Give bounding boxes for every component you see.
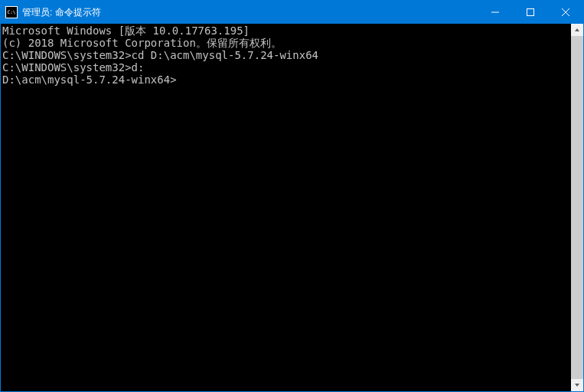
terminal-area: Microsoft Windows [版本 10.0.17763.195](c)… <box>1 24 583 391</box>
command-prompt-window: C:\ 管理员: 命令提示符 Microsoft Windows [版本 10.… <box>0 0 584 392</box>
svg-marker-4 <box>575 28 579 31</box>
close-icon <box>562 8 569 16</box>
chevron-down-icon <box>574 382 580 388</box>
minimize-icon <box>491 8 499 16</box>
maximize-button[interactable] <box>513 1 548 24</box>
titlebar[interactable]: C:\ 管理员: 命令提示符 <box>1 1 583 24</box>
terminal-line: D:\acm\mysql-5.7.24-winx64> <box>2 74 571 86</box>
app-icon-text: C:\ <box>8 10 16 15</box>
terminal-line: Microsoft Windows [版本 10.0.17763.195] <box>2 24 571 37</box>
svg-marker-5 <box>575 384 579 387</box>
scroll-thumb[interactable] <box>571 36 583 379</box>
app-icon: C:\ <box>5 6 18 18</box>
minimize-button[interactable] <box>478 1 513 24</box>
terminal-line: (c) 2018 Microsoft Corporation。保留所有权利。 <box>2 37 571 49</box>
terminal-line: C:\WINDOWS\system32>d: <box>2 61 571 74</box>
terminal-line: C:\WINDOWS\system32>cd D:\acm\mysql-5.7.… <box>2 49 571 61</box>
maximize-icon <box>527 8 534 16</box>
scroll-up-button[interactable] <box>571 24 583 36</box>
close-button[interactable] <box>548 1 583 24</box>
window-title: 管理员: 命令提示符 <box>22 6 478 19</box>
scroll-track[interactable] <box>571 36 583 379</box>
cursor <box>177 75 183 86</box>
vertical-scrollbar[interactable] <box>571 24 583 391</box>
chevron-up-icon <box>574 27 580 33</box>
terminal-output[interactable]: Microsoft Windows [版本 10.0.17763.195](c)… <box>1 24 571 391</box>
svg-rect-1 <box>527 9 534 16</box>
window-controls <box>478 1 583 24</box>
scroll-down-button[interactable] <box>571 379 583 391</box>
